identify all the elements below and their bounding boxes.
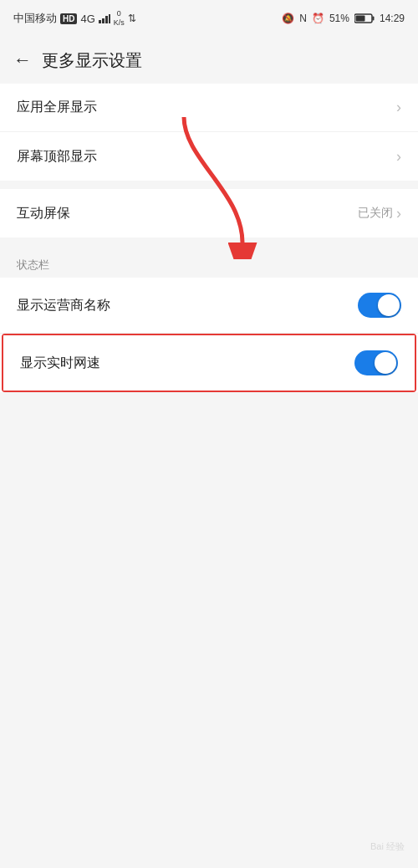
data-transfer-icon: ⇅ (128, 13, 136, 24)
settings-group-2: 互动屏保 已关闭 › (0, 189, 418, 237)
time-label: 14:29 (380, 13, 405, 24)
svg-rect-3 (109, 14, 110, 23)
screensaver-value: 已关闭 (358, 206, 393, 221)
network-speed-highlighted: 显示实时网速 (2, 334, 416, 392)
section-header-label: 状态栏 (17, 258, 49, 271)
settings-group-3: 显示运营商名称 显示实时网速 (0, 278, 418, 392)
signal-4g: 4G (80, 13, 94, 25)
network-speed-label: 显示实时网速 (20, 355, 100, 372)
carrier-name-toggle[interactable] (358, 293, 401, 318)
screensaver-label: 互动屏保 (17, 205, 70, 222)
signal-bars-icon (99, 14, 110, 23)
battery-icon (354, 13, 375, 23)
settings-content: 应用全屏显示 › 屏幕顶部显示 › 互动屏保 已关闭 › 状态栏 显示运 (0, 84, 418, 392)
carrier-label: 中国移动 (13, 11, 57, 26)
status-left: 中国移动 HD 4G 0 K/s ⇅ (13, 9, 136, 28)
network-speed-item[interactable]: 显示实时网速 (3, 335, 415, 391)
page-title: 更多显示设置 (42, 49, 142, 72)
screensaver-right: 已关闭 › (358, 205, 401, 222)
fullscreen-right: › (396, 99, 401, 116)
top-display-label: 屏幕顶部显示 (17, 148, 97, 166)
chevron-icon-3: › (396, 205, 401, 222)
fullscreen-item[interactable]: 应用全屏显示 › (0, 84, 418, 132)
svg-rect-6 (355, 16, 364, 22)
status-bar: 中国移动 HD 4G 0 K/s ⇅ 🔕 N ⏰ 51% 14:29 (0, 0, 418, 37)
svg-rect-5 (372, 17, 374, 21)
svg-rect-1 (102, 18, 104, 23)
svg-rect-2 (105, 16, 108, 23)
back-button[interactable]: ← (13, 49, 32, 71)
screensaver-item[interactable]: 互动屏保 已关闭 › (0, 189, 418, 237)
divider-2 (0, 237, 418, 246)
toggle-knob (378, 294, 400, 316)
clock-icon: ⏰ (312, 13, 324, 24)
net-speed: 0 K/s (114, 9, 125, 28)
alarm-icon: 🔕 (282, 13, 294, 24)
top-display-right: › (396, 148, 401, 166)
watermark: Bai 经验 (370, 840, 405, 853)
wifi-icon: N (299, 13, 307, 24)
top-display-item[interactable]: 屏幕顶部显示 › (0, 132, 418, 181)
svg-rect-0 (99, 20, 101, 23)
network-speed-toggle[interactable] (354, 350, 398, 375)
section-header-statusbar: 状态栏 (0, 246, 418, 278)
hd-badge: HD (60, 13, 77, 24)
fullscreen-label: 应用全屏显示 (17, 99, 97, 116)
toggle-knob-2 (375, 352, 396, 374)
carrier-name-label: 显示运营商名称 (17, 297, 110, 314)
settings-group-1: 应用全屏显示 › 屏幕顶部显示 › (0, 84, 418, 181)
nav-bar: ← 更多显示设置 (0, 37, 418, 84)
chevron-icon-2: › (396, 148, 401, 166)
divider-1 (0, 181, 418, 189)
carrier-name-item[interactable]: 显示运营商名称 (0, 278, 418, 334)
status-right: 🔕 N ⏰ 51% 14:29 (282, 13, 405, 24)
battery-label: 51% (329, 13, 349, 24)
chevron-icon: › (396, 99, 401, 116)
